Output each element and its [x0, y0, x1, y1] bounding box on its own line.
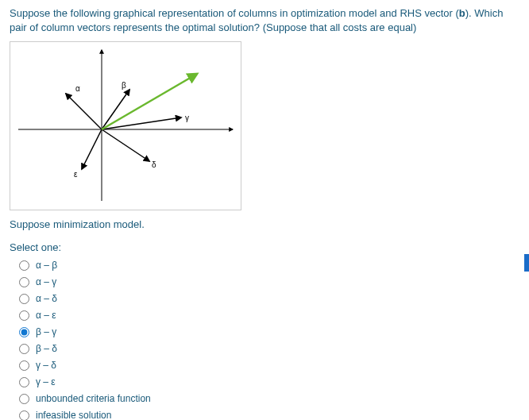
vector-graph: α β γ δ ε — [10, 41, 241, 210]
option-label: β – δ — [36, 343, 57, 354]
progress-marker — [524, 254, 529, 272]
svg-line-12 — [102, 74, 197, 129]
option-row[interactable]: α – ε — [19, 308, 519, 322]
option-row[interactable]: β – γ — [19, 325, 519, 339]
option-label: α – γ — [36, 276, 56, 287]
option-label: α – β — [36, 260, 57, 271]
question-bold: b — [459, 7, 465, 19]
option-radio[interactable] — [19, 327, 29, 337]
svg-text:ε: ε — [74, 170, 78, 179]
option-radio[interactable] — [19, 410, 29, 420]
options-group: α – βα – γα – δα – εβ – γβ – δγ – δγ – ε… — [10, 258, 519, 420]
option-label: infeasible solution — [36, 410, 111, 420]
option-radio[interactable] — [19, 394, 29, 404]
option-label: unbounded criteria function — [36, 393, 151, 404]
model-subtext: Suppose minimization model. — [10, 218, 519, 230]
svg-line-4 — [102, 90, 129, 129]
svg-line-2 — [66, 94, 102, 129]
svg-text:α: α — [75, 84, 80, 93]
option-label: γ – ε — [36, 376, 56, 387]
option-radio[interactable] — [19, 360, 29, 371]
option-radio[interactable] — [19, 377, 29, 387]
option-row[interactable]: γ – δ — [19, 358, 519, 372]
option-label: α – δ — [36, 293, 57, 304]
option-row[interactable]: unbounded criteria function — [19, 391, 519, 406]
svg-text:γ: γ — [185, 114, 189, 122]
question-prefix: Suppose the following graphical represen… — [10, 7, 459, 19]
option-radio[interactable] — [19, 294, 29, 304]
select-one-label: Select one: — [10, 241, 519, 253]
option-label: γ – δ — [36, 360, 56, 371]
option-label: β – γ — [36, 326, 56, 337]
option-row[interactable]: α – γ — [19, 275, 519, 289]
option-row[interactable]: infeasible solution — [19, 408, 519, 420]
option-row[interactable]: β – δ — [19, 341, 519, 356]
option-radio[interactable] — [19, 277, 29, 287]
option-radio[interactable] — [19, 344, 29, 354]
option-radio[interactable] — [19, 310, 29, 321]
svg-line-10 — [82, 129, 102, 169]
question-text: Suppose the following graphical represen… — [10, 6, 519, 35]
option-row[interactable]: γ – ε — [19, 375, 519, 389]
option-radio[interactable] — [19, 260, 29, 271]
option-row[interactable]: α – β — [19, 258, 519, 272]
svg-text:β: β — [122, 81, 126, 90]
svg-line-8 — [102, 129, 149, 161]
option-label: α – ε — [36, 310, 56, 321]
option-row[interactable]: α – δ — [19, 291, 519, 306]
svg-text:δ: δ — [152, 160, 156, 169]
